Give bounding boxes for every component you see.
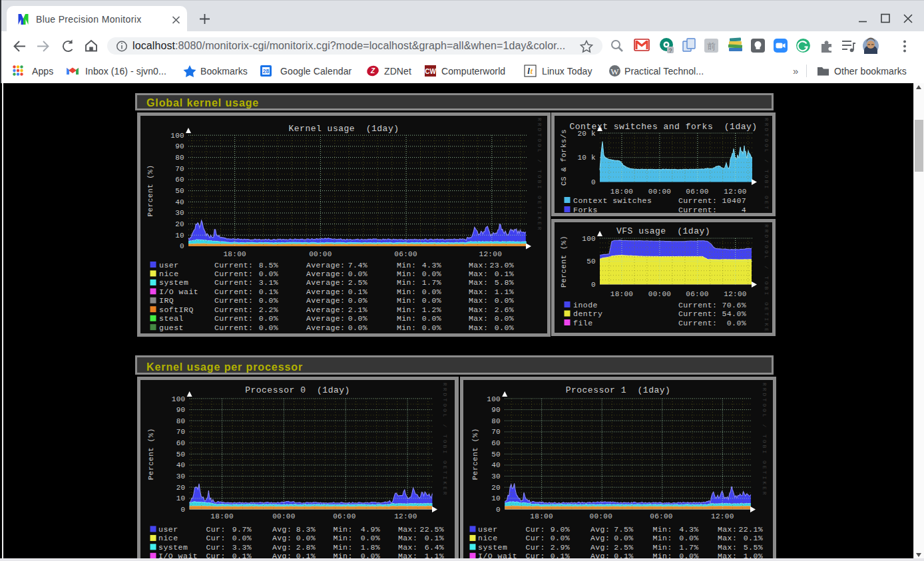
svg-text:50: 50 [491, 451, 501, 459]
svg-text:10: 10 [175, 232, 184, 240]
svg-text:guest: guest [159, 323, 184, 332]
svg-text:100: 100 [172, 395, 186, 403]
svg-text:Processor 0 (1day): Processor 0 (1day) [245, 385, 350, 395]
svg-text:00:00: 00:00 [272, 512, 296, 520]
svg-text:Max:: Max: [398, 525, 417, 534]
svg-text:0.0%: 0.0% [422, 323, 441, 332]
svg-text:100: 100 [170, 132, 184, 140]
svg-text:60: 60 [175, 176, 184, 184]
svg-text:0.0%: 0.0% [259, 270, 278, 278]
svg-text:Max:: Max: [469, 287, 488, 296]
svg-text:06:00: 06:00 [686, 188, 709, 196]
svg-text:Min:: Min: [334, 525, 353, 534]
svg-text:0.0%: 0.0% [259, 296, 278, 305]
svg-text:40: 40 [175, 198, 184, 206]
svg-text:Current:: Current: [678, 301, 717, 309]
svg-text:5.5%: 5.5% [744, 543, 763, 552]
svg-text:I/O wait: I/O wait [159, 287, 198, 296]
svg-text:18:00: 18:00 [210, 512, 234, 520]
svg-text:10 k: 10 k [577, 154, 596, 162]
svg-text:0: 0 [591, 178, 596, 186]
svg-text:50: 50 [175, 187, 184, 195]
svg-text:0: 0 [496, 506, 501, 514]
svg-text:54.0%: 54.0% [722, 309, 746, 318]
svg-text:Forks: Forks [573, 206, 598, 214]
svg-text:0.0%: 0.0% [495, 314, 514, 323]
svg-text:1.1%: 1.1% [495, 287, 514, 296]
svg-text:Avg:: Avg: [272, 543, 292, 552]
svg-text:Min:: Min: [334, 534, 353, 542]
svg-text:70.6%: 70.6% [722, 301, 746, 309]
svg-text:RRDTOOL / TOBI OETIKER: RRDTOOL / TOBI OETIKER [762, 383, 768, 497]
svg-text:Min:: Min: [397, 314, 416, 323]
svg-text:RRDTOOL / TOBI OETIKER: RRDTOOL / TOBI OETIKER [537, 118, 543, 232]
svg-text:70: 70 [175, 165, 184, 173]
svg-text:06:00: 06:00 [333, 512, 356, 520]
svg-text:Max:: Max: [718, 543, 737, 552]
svg-text:system: system [478, 543, 507, 552]
svg-text:Avg:: Avg: [590, 534, 610, 542]
svg-text:2.5%: 2.5% [614, 543, 633, 552]
svg-text:0.0%: 0.0% [727, 319, 746, 327]
svg-text:dentry: dentry [573, 309, 602, 318]
svg-text:80: 80 [491, 417, 501, 425]
svg-text:90: 90 [175, 142, 184, 150]
svg-text:Current:: Current: [214, 323, 253, 332]
svg-text:2.6%: 2.6% [495, 305, 514, 314]
svg-text:nice: nice [158, 534, 178, 542]
svg-text:0: 0 [180, 242, 184, 250]
svg-text:90: 90 [491, 406, 501, 414]
svg-text:4.9%: 4.9% [361, 525, 380, 534]
svg-text:80: 80 [176, 417, 186, 425]
svg-text:22.1%: 22.1% [738, 525, 763, 534]
svg-text:0.0%: 0.0% [422, 270, 441, 278]
svg-text:VFS usage (1day): VFS usage (1day) [616, 226, 710, 236]
svg-text:9.7%: 9.7% [232, 525, 252, 534]
svg-text:Min:: Min: [397, 287, 416, 296]
svg-text:Avg:: Avg: [590, 543, 610, 552]
svg-text:12:00: 12:00 [724, 188, 747, 196]
svg-text:23.0%: 23.0% [489, 261, 514, 270]
svg-text:30: 30 [175, 209, 184, 217]
svg-text:1.7%: 1.7% [679, 543, 698, 552]
svg-text:Average:: Average: [306, 270, 345, 278]
svg-text:Current:: Current: [214, 278, 253, 287]
svg-text:00:00: 00:00 [590, 512, 613, 520]
svg-text:2.9%: 2.9% [551, 543, 570, 552]
svg-text:18:00: 18:00 [610, 188, 634, 196]
svg-text:Avg:: Avg: [272, 525, 292, 534]
svg-text:2.8%: 2.8% [296, 543, 316, 552]
svg-text:Current:: Current: [214, 296, 253, 305]
svg-text:4: 4 [742, 206, 746, 214]
svg-text:70: 70 [176, 428, 186, 436]
svg-text:Min:: Min: [397, 270, 416, 278]
svg-text:RRDTOOL / TOBI OETIKER: RRDTOOL / TOBI OETIKER [764, 224, 770, 339]
svg-text:0.0%: 0.0% [422, 314, 441, 323]
svg-text:3.3%: 3.3% [232, 543, 252, 552]
svg-text:20: 20 [175, 220, 184, 228]
svg-text:softIRQ: softIRQ [159, 305, 194, 314]
svg-text:0.1%: 0.1% [425, 534, 444, 542]
svg-text:Max:: Max: [718, 525, 737, 534]
svg-text:0.0%: 0.0% [348, 314, 367, 323]
svg-text:0.1%: 0.1% [744, 534, 763, 542]
svg-text:RRDTOOL / TOBI OETIKER: RRDTOOL / TOBI OETIKER [764, 118, 770, 232]
svg-text:RRDTOOL / TOBI OETIKER: RRDTOOL / TOBI OETIKER [442, 383, 448, 497]
svg-text:Current:: Current: [678, 196, 717, 205]
svg-text:5.8%: 5.8% [495, 278, 514, 287]
svg-text:Current:: Current: [214, 287, 253, 296]
svg-text:06:00: 06:00 [650, 512, 673, 520]
svg-text:Average:: Average: [306, 323, 345, 332]
svg-text:Cur:: Cur: [526, 543, 545, 552]
svg-text:100: 100 [487, 395, 501, 403]
svg-text:Avg:: Avg: [272, 534, 292, 542]
svg-text:60: 60 [176, 439, 186, 447]
svg-text:CS & forks/s: CS & forks/s [560, 129, 568, 186]
svg-text:Min:: Min: [653, 543, 672, 552]
svg-text:Percent (%): Percent (%) [147, 428, 155, 480]
svg-text:6.4%: 6.4% [425, 543, 444, 552]
svg-text:Kernel usage (1day): Kernel usage (1day) [288, 124, 399, 134]
svg-text:70: 70 [491, 428, 501, 436]
svg-text:Cur:: Cur: [206, 525, 226, 534]
svg-text:nice: nice [159, 270, 179, 278]
